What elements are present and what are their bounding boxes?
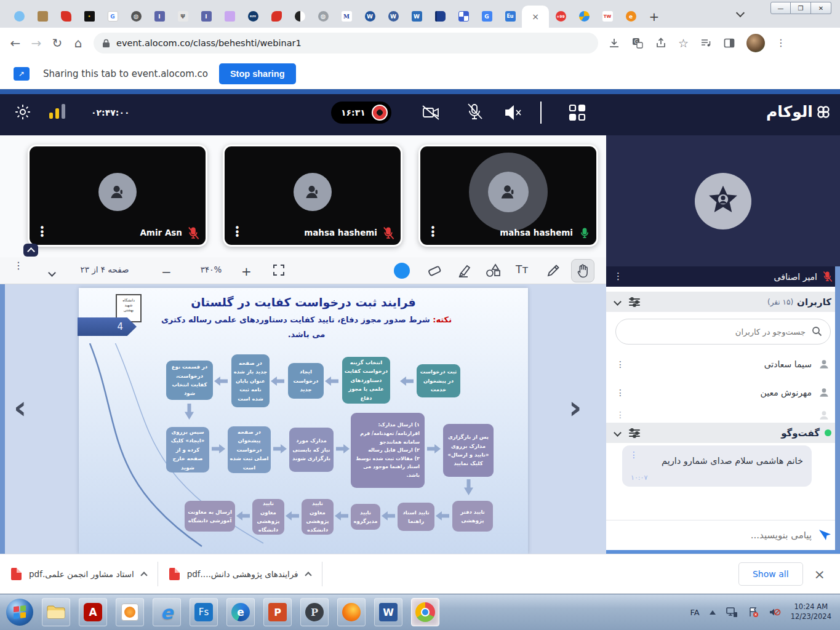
- tray-expand-icon[interactable]: [710, 610, 716, 615]
- pinned-tab-e[interactable]: e: [619, 6, 642, 27]
- language-indicator[interactable]: FA: [690, 608, 700, 617]
- pinned-tab-elte[interactable]: ELTE: [241, 6, 265, 27]
- reading-list-icon[interactable]: [700, 37, 712, 49]
- bookmark-star-icon[interactable]: ☆: [678, 36, 689, 50]
- file-explorer-icon[interactable]: [42, 598, 70, 626]
- back-icon[interactable]: ←: [5, 36, 26, 50]
- presenter-video[interactable]: [606, 135, 840, 266]
- pinned-tab-eu[interactable]: Eu: [498, 6, 522, 27]
- close-tab-icon[interactable]: ×: [532, 12, 539, 22]
- start-button[interactable]: [6, 599, 33, 626]
- pinned-tab-globe2[interactable]: ◍: [311, 6, 335, 27]
- fs-app-icon[interactable]: Fs: [190, 598, 218, 626]
- user-list-item-partial[interactable]: ⋮: [606, 407, 840, 423]
- text-tool-icon[interactable]: Tᴛ: [516, 263, 528, 276]
- hand-tool-button[interactable]: [571, 259, 594, 282]
- chat-filter-icon[interactable]: [629, 429, 640, 437]
- tile-menu-kebab-icon[interactable]: •••: [39, 226, 45, 239]
- pinned-tab-red-logo2[interactable]: [265, 6, 288, 27]
- zoom-out-icon[interactable]: −: [161, 265, 172, 279]
- page-select-chevron-icon[interactable]: [49, 266, 55, 278]
- download-menu-chevron-icon[interactable]: [140, 572, 147, 578]
- video-tile[interactable]: ••• mahsa hashemi: [418, 145, 598, 247]
- pinned-tab-camera[interactable]: •: [78, 6, 101, 27]
- translate-icon[interactable]: G: [631, 37, 644, 49]
- pinned-tab-globe[interactable]: ◍: [124, 6, 148, 27]
- chat-collapse-chevron-icon[interactable]: [614, 429, 622, 437]
- pinned-tab-doc-i[interactable]: I: [148, 6, 171, 27]
- adobe-reader-icon[interactable]: A: [79, 598, 107, 626]
- presenter-menu-kebab-icon[interactable]: ⋮: [614, 274, 623, 279]
- pinned-tab-swirl[interactable]: [572, 6, 596, 27]
- pinned-tab-cloud[interactable]: [7, 6, 31, 27]
- shapes-icon[interactable]: [485, 263, 502, 279]
- show-all-downloads-button[interactable]: Show all: [738, 562, 803, 586]
- pinned-tab-translate2[interactable]: G: [475, 6, 498, 27]
- user-menu-kebab-icon[interactable]: ⋮: [616, 413, 625, 417]
- media-player-icon[interactable]: [116, 598, 144, 626]
- home-icon[interactable]: ⌂: [68, 36, 89, 50]
- mic-off-icon[interactable]: [466, 103, 483, 121]
- message-menu-kebab-icon[interactable]: ⋮: [630, 453, 638, 457]
- fullscreen-icon[interactable]: [272, 263, 286, 277]
- eraser-icon[interactable]: [426, 263, 442, 279]
- highlighter-icon[interactable]: [457, 263, 473, 279]
- speaker-blocked-icon[interactable]: [769, 607, 781, 618]
- user-list-item[interactable]: مهرنوش معین ⋮: [606, 379, 840, 406]
- browser-menu-kebab-icon[interactable]: ⋮: [776, 41, 786, 46]
- pinned-tab-doc-i2[interactable]: I: [194, 6, 218, 27]
- chrome-icon-active[interactable]: [411, 598, 439, 626]
- forward-icon[interactable]: →: [26, 36, 47, 50]
- record-icon[interactable]: [372, 105, 388, 121]
- clock[interactable]: 10:24 AM 12/23/2024: [791, 602, 831, 621]
- tile-menu-kebab-icon[interactable]: •••: [234, 226, 240, 239]
- firefox-icon[interactable]: [337, 598, 366, 626]
- pencil-icon[interactable]: [545, 263, 561, 279]
- pinned-tab-wordpress3[interactable]: W: [405, 6, 428, 27]
- restore-button[interactable]: ❐: [791, 2, 811, 14]
- user-menu-kebab-icon[interactable]: ⋮: [616, 362, 625, 367]
- profile-avatar[interactable]: [746, 34, 765, 52]
- share-icon[interactable]: [655, 37, 667, 49]
- internet-explorer-icon[interactable]: e: [153, 598, 181, 626]
- network-icon[interactable]: [726, 607, 738, 618]
- pinned-tab-wordpress1[interactable]: W: [358, 6, 382, 27]
- pinned-tab-m[interactable]: M: [335, 6, 358, 27]
- url-field[interactable]: event.alocom.co/class/beheshti/webinar1: [94, 33, 598, 54]
- speaker-muted-icon[interactable]: [503, 104, 523, 121]
- p-dark-app-icon[interactable]: P: [300, 598, 329, 626]
- user-list-item[interactable]: سیما سعادتی ⋮: [606, 351, 840, 378]
- user-menu-kebab-icon[interactable]: ⋮: [616, 391, 625, 395]
- page-indicator[interactable]: صفحه ۴ از ۲۳: [62, 265, 148, 274]
- tile-menu-kebab-icon[interactable]: •••: [430, 226, 436, 239]
- pinned-tab-badge99[interactable]: +99: [549, 6, 572, 27]
- users-collapse-chevron-icon[interactable]: [614, 298, 622, 306]
- pinned-tab-wordpress2[interactable]: W: [382, 6, 405, 27]
- zoom-in-icon[interactable]: +: [241, 264, 252, 279]
- chat-section-header[interactable]: گفت‌وگو: [606, 423, 840, 443]
- layout-grid-icon[interactable]: [567, 103, 587, 122]
- settings-gear-icon[interactable]: [14, 103, 32, 121]
- connection-quality-icon[interactable]: [49, 104, 65, 119]
- pinned-tab-tw[interactable]: TW: [596, 6, 619, 27]
- pinned-tab-card[interactable]: [218, 6, 241, 27]
- powerpoint-icon[interactable]: P: [263, 598, 292, 626]
- next-page-chevron-icon[interactable]: ›: [569, 391, 582, 423]
- message-input[interactable]: [614, 530, 812, 541]
- pinned-tab-book[interactable]: [428, 6, 452, 27]
- download-icon[interactable]: [608, 37, 620, 49]
- reload-icon[interactable]: ↻: [47, 36, 68, 50]
- pinned-tab-stamp[interactable]: [31, 6, 54, 27]
- close-downloads-bar-icon[interactable]: ×: [814, 567, 825, 582]
- download-item[interactable]: فرایندهای پژوهشی دانش....pdf: [158, 554, 322, 594]
- side-panel-icon[interactable]: [723, 37, 735, 49]
- close-window-button[interactable]: ✕: [811, 2, 831, 14]
- new-tab-button[interactable]: +: [642, 6, 666, 27]
- sidebar-scroll-strip[interactable]: [835, 266, 840, 550]
- camera-off-icon[interactable]: [422, 104, 440, 121]
- user-search-input[interactable]: [615, 319, 831, 345]
- stop-sharing-button[interactable]: Stop sharing: [219, 63, 296, 84]
- action-center-flag-icon[interactable]: [748, 607, 759, 618]
- pinned-tab-red-logo[interactable]: [54, 6, 78, 27]
- video-tile[interactable]: ••• mahsa hashemi: [223, 145, 402, 247]
